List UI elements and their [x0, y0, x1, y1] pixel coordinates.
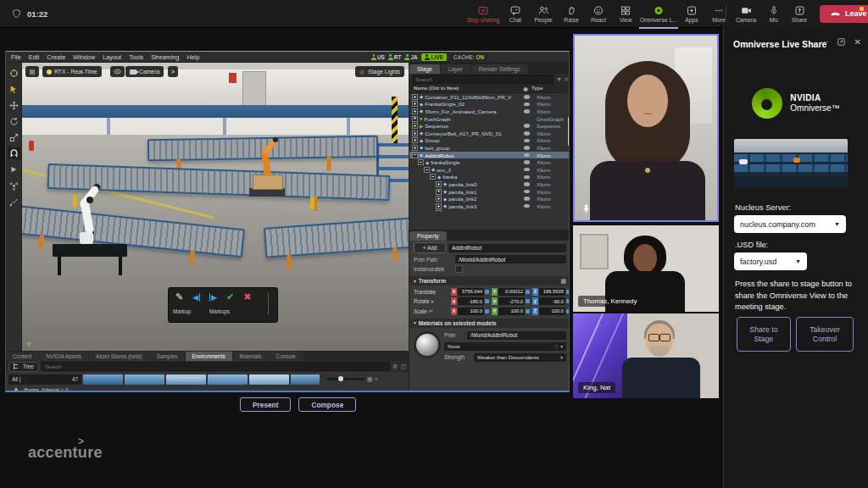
- snap-tool-icon[interactable]: [8, 147, 20, 159]
- content-search-input[interactable]: [42, 362, 390, 371]
- tree-row[interactable]: ◆ConveyorBelt_A17_PR_NVD_01Xform: [409, 130, 570, 137]
- renderer-selector[interactable]: RTX - Real-Time: [42, 66, 102, 77]
- omniverse-app-tab[interactable]: Omniverse L...: [639, 0, 678, 29]
- video-tile-middle[interactable]: Thomas, Kennedy: [573, 225, 719, 312]
- translate-z-toggle[interactable]: [566, 290, 570, 294]
- scale-tool-icon[interactable]: [8, 131, 20, 143]
- apps-button[interactable]: Apps: [678, 0, 705, 27]
- tree-row[interactable]: ■panda_joint1PhysicsRevolute: [409, 210, 570, 213]
- expand-icon[interactable]: [436, 181, 442, 187]
- scale-x-field[interactable]: 100.0: [458, 308, 484, 315]
- material-dropdown[interactable]: None○▾: [444, 342, 566, 351]
- play-tool-icon[interactable]: [8, 164, 20, 175]
- menu-edit[interactable]: Edit: [29, 53, 40, 61]
- sky-thumbnail[interactable]: [166, 374, 206, 385]
- tab-stage[interactable]: Stage: [409, 64, 440, 74]
- tree-row[interactable]: ◆env_3Xform: [409, 166, 570, 174]
- camera-button[interactable]: Camera: [730, 0, 762, 27]
- visibility-eye-icon[interactable]: [524, 109, 530, 114]
- stage-lights-button[interactable]: ☼Stage Lights: [355, 66, 404, 77]
- menu-streaming[interactable]: Streaming: [151, 53, 179, 61]
- video-tile-bottom[interactable]: King, Nat: [573, 313, 719, 398]
- visibility-eye-icon[interactable]: [524, 153, 530, 158]
- select-tool-icon[interactable]: [8, 83, 20, 95]
- visibility-eye-icon[interactable]: [524, 197, 530, 201]
- tree-row[interactable]: ◆belt_groupXform: [409, 144, 570, 152]
- scale-y-toggle[interactable]: [526, 309, 530, 313]
- tree-row[interactable]: ◆panda_link0Xform: [409, 180, 570, 188]
- expand-icon[interactable]: [436, 196, 442, 202]
- visibility-eye-icon[interactable]: [524, 146, 530, 150]
- menu-help[interactable]: Help: [186, 53, 199, 61]
- rotate-z-toggle[interactable]: [566, 299, 570, 303]
- tab-nvidia-assets[interactable]: NVIDIA Assets: [39, 352, 88, 361]
- move-tool-icon[interactable]: [8, 99, 20, 111]
- expand-icon[interactable]: [412, 123, 418, 129]
- visibility-eye-icon[interactable]: [524, 139, 530, 143]
- rotate-x-toggle[interactable]: [485, 299, 489, 303]
- transform-options-icon[interactable]: ▣: [560, 278, 566, 284]
- tree-row[interactable]: ◆panda_link3Xform: [409, 202, 570, 210]
- expand-icon[interactable]: [436, 210, 442, 212]
- stop-sharing-button[interactable]: Stop sharing: [465, 0, 502, 27]
- expand-icon[interactable]: [412, 130, 418, 136]
- tree-row-selected[interactable]: ◆AddtnlRobotXform: [409, 152, 570, 159]
- menu-file[interactable]: File: [11, 53, 21, 61]
- tree-row[interactable]: ◆GroupXform: [409, 137, 570, 145]
- react-button[interactable]: React: [585, 0, 612, 27]
- visibility-eye-icon[interactable]: [524, 95, 530, 99]
- camera-settings-icon[interactable]: [8, 67, 20, 79]
- sky-thumbnail[interactable]: [83, 374, 123, 385]
- translate-y-toggle[interactable]: [526, 290, 530, 294]
- expand-icon[interactable]: [412, 137, 418, 143]
- scale-z-toggle[interactable]: [566, 309, 570, 313]
- thumbnail-size-slider[interactable]: [326, 378, 365, 380]
- tree-row[interactable]: ◆FrankaSingle_02Xform: [409, 101, 570, 108]
- tab-environments[interactable]: Environments: [186, 352, 232, 361]
- tree-row[interactable]: ▶SequenceSequence: [409, 122, 570, 130]
- tree-view-button[interactable]: Tree: [8, 362, 39, 372]
- menu-window[interactable]: Window: [73, 53, 95, 61]
- materials-section-header[interactable]: ▾ Materials on selected models: [409, 319, 570, 328]
- takeover-control-button[interactable]: Takeover Control: [796, 317, 854, 352]
- next-markup-icon[interactable]: ▶: [209, 293, 217, 302]
- mic-button[interactable]: Mic: [762, 0, 786, 27]
- live-badge[interactable]: LIVE: [421, 53, 447, 61]
- sky-thumbnail[interactable]: [125, 374, 164, 385]
- add-property-button[interactable]: + Add: [414, 242, 446, 253]
- environment-category-cell[interactable]: All |47: [8, 374, 81, 385]
- tree-row[interactable]: ■PushGraphOmniGraph: [409, 115, 570, 123]
- tab-property[interactable]: Property: [409, 231, 447, 241]
- expand-icon[interactable]: [436, 203, 442, 209]
- tab-console[interactable]: Console: [270, 352, 303, 361]
- curve-tool-icon[interactable]: [8, 196, 20, 208]
- rotate-z-field[interactable]: -90.0: [539, 297, 565, 305]
- visibility-eye-icon[interactable]: [524, 168, 530, 172]
- tree-row[interactable]: ◆Xform_For_Animated_CameraXform: [409, 108, 570, 115]
- rotate-order-caret-icon[interactable]: ▾: [431, 299, 434, 304]
- tab-content[interactable]: Content: [6, 352, 38, 361]
- popout-icon[interactable]: [837, 37, 846, 48]
- translate-x-field[interactable]: 3756.044: [458, 288, 484, 296]
- prim-name-field[interactable]: AddtnlRobot: [448, 244, 566, 252]
- filter-icon[interactable]: ▼: [556, 76, 562, 82]
- scale-x-toggle[interactable]: [485, 309, 489, 313]
- gear-icon[interactable]: ⚙: [392, 363, 398, 369]
- tree-row[interactable]: ◆frankaXform: [409, 174, 570, 181]
- menu-tools[interactable]: Tools: [129, 53, 143, 61]
- present-button[interactable]: Present: [240, 397, 291, 412]
- visibility-eye-icon[interactable]: [524, 175, 530, 180]
- expand-icon[interactable]: [436, 189, 442, 195]
- prim-path-field[interactable]: /World/AddtnlRobot: [455, 255, 566, 263]
- translate-x-toggle[interactable]: [485, 290, 489, 294]
- video-tile-large[interactable]: [573, 34, 719, 222]
- scale-link-icon[interactable]: ⇄: [429, 308, 433, 314]
- rotate-y-field[interactable]: -270.0: [498, 297, 525, 305]
- sky-thumbnail[interactable]: [249, 374, 289, 385]
- expand-icon[interactable]: [412, 145, 418, 151]
- approve-markup-icon[interactable]: ✔: [226, 291, 234, 302]
- instanceable-checkbox[interactable]: [455, 265, 463, 273]
- collapse-icon[interactable]: [430, 174, 436, 180]
- markup-pencil-icon[interactable]: ✎: [175, 291, 183, 302]
- strength-dropdown[interactable]: Weaker than Descendants▾: [474, 353, 566, 362]
